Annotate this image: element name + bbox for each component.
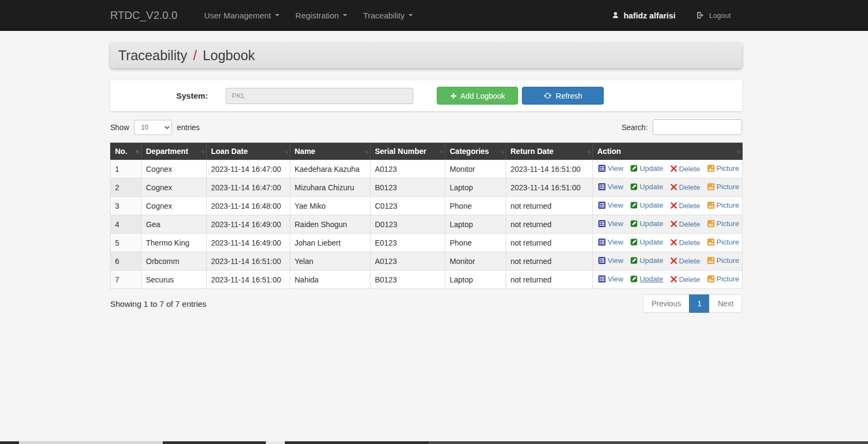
table-row: 7Securus2023-11-14 16:51:00NahidaB0123La… (111, 271, 743, 289)
row-loan-date: 2023-11-14 16:48:00 (207, 197, 290, 215)
pagination: Previous 1 Next (643, 294, 742, 313)
row-actions: ViewUpdateDeletePicture (593, 178, 743, 197)
picture-link[interactable]: Picture (707, 275, 739, 283)
refresh-button[interactable]: Refresh (522, 87, 604, 105)
scrollbar-segment (0, 441, 19, 444)
column-header-no[interactable]: No.↑↓ (111, 143, 142, 160)
sort-icon: ↑↓ (439, 149, 443, 155)
row-return-date: 2023-11-14 16:51:00 (506, 160, 593, 178)
update-link[interactable]: Update (630, 238, 663, 246)
table-row: 1Cognex2023-11-14 16:47:00Kaedehara Kazu… (111, 160, 743, 178)
picture-label: Picture (717, 183, 739, 191)
delete-label: Delete (679, 202, 700, 210)
app-brand[interactable]: RTDC_V2.0.0 (110, 9, 177, 22)
table-footer: Showing 1 to 7 of 7 entries Previous 1 N… (110, 294, 742, 313)
column-label: Serial Number (375, 147, 426, 156)
breadcrumb-section: Traceability (118, 48, 187, 63)
update-link[interactable]: Update (630, 183, 663, 191)
picture-label: Picture (717, 275, 739, 283)
sort-icon: ↑↓ (136, 149, 139, 155)
row-return-date: not returned (506, 252, 593, 271)
update-link[interactable]: Update (630, 164, 663, 172)
row-category: Phone (445, 234, 506, 252)
row-department: Cognex (142, 160, 207, 178)
user-name: hafidz alfarisi (623, 11, 675, 20)
caret-down-icon (275, 14, 279, 16)
pagination-next[interactable]: Next (709, 294, 742, 313)
column-header-serial-number[interactable]: Serial Number↑↓ (371, 143, 445, 160)
plus-icon (450, 93, 457, 99)
picture-label: Picture (717, 201, 739, 209)
delete-label: Delete (679, 183, 700, 191)
view-label: View (608, 256, 623, 265)
search-input[interactable] (653, 119, 742, 135)
logout-button[interactable]: Logout (696, 11, 731, 20)
delete-link[interactable]: Delete (671, 275, 700, 284)
picture-link[interactable]: Picture (707, 201, 739, 209)
delete-link[interactable]: Delete (671, 165, 700, 173)
row-return-date: not returned (506, 234, 593, 252)
user-icon (611, 11, 620, 20)
scrollbar-thumb[interactable] (19, 441, 163, 444)
row-actions: ViewUpdateDeletePicture (593, 197, 743, 215)
update-link[interactable]: Update (630, 201, 663, 209)
delete-link[interactable]: Delete (671, 202, 700, 210)
row-return-date: 2023-11-14 16:51:00 (506, 178, 593, 197)
update-link[interactable]: Update (630, 256, 663, 265)
page-length-select[interactable]: 10 (134, 120, 172, 135)
view-link[interactable]: View (598, 256, 623, 265)
update-link[interactable]: Update (630, 275, 663, 283)
picture-label: Picture (717, 164, 739, 172)
delete-link[interactable]: Delete (671, 183, 700, 191)
picture-link[interactable]: Picture (707, 164, 739, 172)
pagination-previous[interactable]: Previous (643, 294, 690, 313)
sort-icon: ↑↓ (284, 149, 288, 155)
delete-icon (671, 221, 677, 227)
add-logbook-button[interactable]: Add Logbook (437, 87, 518, 105)
picture-link[interactable]: Picture (707, 256, 739, 265)
picture-link[interactable]: Picture (707, 238, 739, 246)
column-label: Department (146, 147, 188, 156)
picture-label: Picture (717, 256, 739, 265)
nav-traceability[interactable]: Traceability (355, 5, 421, 25)
picture-label: Picture (717, 220, 739, 228)
nav-user-management[interactable]: User Management (196, 5, 287, 25)
row-loan-date: 2023-11-14 16:49:00 (207, 215, 290, 234)
system-input[interactable] (226, 88, 413, 104)
row-actions: ViewUpdateDeletePicture (593, 252, 743, 271)
update-link[interactable]: Update (630, 220, 663, 228)
view-link[interactable]: View (598, 164, 623, 172)
view-link[interactable]: View (598, 275, 623, 283)
column-header-department[interactable]: Department↑↓ (142, 143, 207, 160)
column-header-name[interactable]: Name↑↓ (290, 143, 371, 160)
row-name: Kaedehara Kazuha (290, 160, 371, 178)
view-link[interactable]: View (598, 201, 623, 209)
view-link[interactable]: View (598, 183, 623, 191)
update-icon (630, 202, 637, 209)
column-header-return-date[interactable]: Return Date↑↓ (506, 143, 593, 160)
picture-link[interactable]: Picture (707, 183, 739, 191)
view-link[interactable]: View (598, 238, 623, 246)
update-icon (630, 239, 637, 246)
view-icon (598, 275, 605, 282)
picture-link[interactable]: Picture (707, 220, 739, 228)
nav-registration[interactable]: Registration (288, 5, 355, 25)
delete-link[interactable]: Delete (671, 220, 700, 228)
picture-icon (707, 183, 714, 190)
column-header-action[interactable]: Action↑↓ (593, 143, 743, 160)
entries-info: Showing 1 to 7 of 7 entries (110, 299, 207, 308)
row-no: 5 (111, 234, 142, 252)
column-header-categories[interactable]: Categories↑↓ (445, 143, 506, 160)
delete-link[interactable]: Delete (671, 257, 700, 265)
update-label: Update (640, 220, 663, 228)
row-serial-number: C0123 (371, 197, 445, 215)
delete-link[interactable]: Delete (671, 239, 700, 247)
picture-icon (707, 165, 714, 172)
user-menu[interactable]: hafidz alfarisi (611, 11, 675, 20)
column-label: Loan Date (211, 147, 248, 156)
column-header-loan-date[interactable]: Loan Date↑↓ (207, 143, 290, 160)
table-row: 4Gea2023-11-14 16:49:00Raiden ShogunD012… (111, 215, 743, 234)
bottom-scrollbar[interactable] (0, 441, 868, 444)
view-link[interactable]: View (598, 220, 623, 228)
pagination-page-1[interactable]: 1 (689, 294, 710, 313)
